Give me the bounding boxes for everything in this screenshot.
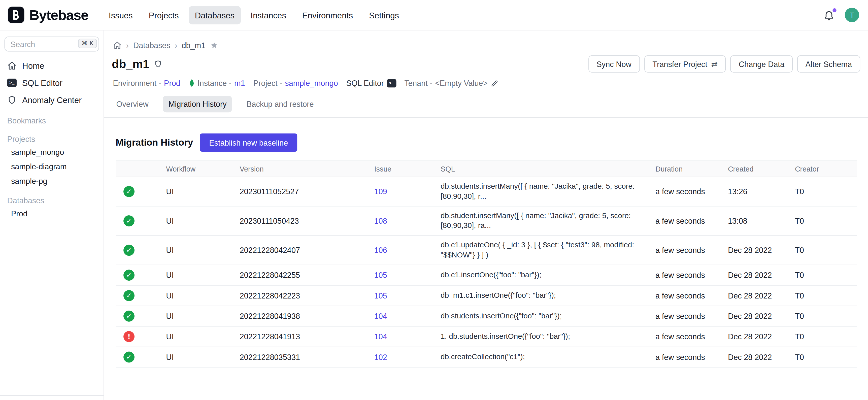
creator-cell: T0 <box>795 212 857 230</box>
database-meta: Environment - Prod Instance - m1 Project… <box>104 72 868 87</box>
environment-link[interactable]: Prod <box>164 79 180 87</box>
project-label: Project - <box>253 79 282 87</box>
column-header-version: Version <box>240 165 374 173</box>
version-cell: 20221228042407 <box>240 241 374 260</box>
table-row[interactable]: ✓ UI 20221228042223 105 db_m1.c1.insertO… <box>116 286 857 306</box>
sidebar-item-home[interactable]: Home <box>0 57 103 74</box>
nav-item-databases[interactable]: Databases <box>189 6 241 24</box>
issue-cell: 102 <box>374 348 441 367</box>
tab-bar: Overview Migration History Backup and re… <box>104 96 868 118</box>
version-cell: 20230111050423 <box>240 212 374 230</box>
sidebar-project-sample-diagram[interactable]: sample-diagram <box>0 159 103 174</box>
tab-migration-history[interactable]: Migration History <box>163 96 232 112</box>
status-success-icon: ✓ <box>123 215 134 226</box>
topbar: Bytebase Issues Projects Databases Insta… <box>0 0 868 30</box>
issue-link[interactable]: 105 <box>374 271 387 280</box>
table-row[interactable]: ✓ UI 20221228041938 104 db.students.inse… <box>116 306 857 327</box>
brand[interactable]: Bytebase <box>8 6 88 23</box>
shell: ⌘ K Home >_ SQL Editor Anomaly Center Bo… <box>0 30 868 400</box>
status-success-icon: ✓ <box>123 311 134 322</box>
notifications-button[interactable] <box>823 9 835 21</box>
shield-icon <box>154 60 162 68</box>
nav-item-instances[interactable]: Instances <box>245 6 292 24</box>
status-cell: ✓ <box>116 306 166 326</box>
issue-link[interactable]: 102 <box>374 352 387 362</box>
sql-cell: db.c1.insertOne({"foo": "bar"}); <box>440 266 655 285</box>
issue-link[interactable]: 104 <box>374 332 387 341</box>
status-cell: ✓ <box>116 211 166 231</box>
project-link[interactable]: sample_mongo <box>285 79 338 87</box>
issue-cell: 104 <box>374 307 441 326</box>
nav-item-settings[interactable]: Settings <box>363 6 405 24</box>
table-row[interactable]: ✓ UI 20221228042255 105 db.c1.insertOne(… <box>116 265 857 286</box>
sidebar-project-sample_mongo[interactable]: sample_mongo <box>0 145 103 159</box>
environment-meta: Environment - Prod <box>113 79 180 87</box>
issue-cell: 106 <box>374 241 441 260</box>
notification-dot <box>833 8 836 12</box>
table-row[interactable]: ✓ UI 20230111050423 108 db.student.inser… <box>116 207 857 236</box>
duration-cell: a few seconds <box>655 348 728 367</box>
tab-overview[interactable]: Overview <box>111 96 154 112</box>
sidebar-item-sql-editor[interactable]: >_ SQL Editor <box>0 74 103 91</box>
avatar[interactable]: T <box>845 8 859 22</box>
nav-item-environments[interactable]: Environments <box>296 6 359 24</box>
status-cell: ✓ <box>116 347 166 367</box>
issue-link[interactable]: 104 <box>374 312 387 320</box>
sql-editor-label: SQL Editor <box>346 79 384 87</box>
table-row[interactable]: ✓ UI 20230111052527 109 db.students.inse… <box>116 177 857 206</box>
sync-now-button[interactable]: Sync Now <box>588 55 640 72</box>
version-cell: 20221228042223 <box>240 286 374 305</box>
issue-link[interactable]: 109 <box>374 187 387 196</box>
duration-cell: a few seconds <box>655 286 728 305</box>
status-cell: ✓ <box>116 265 166 285</box>
workflow-cell: UI <box>166 307 240 326</box>
issue-link[interactable]: 106 <box>374 246 387 255</box>
creator-cell: T0 <box>795 348 857 367</box>
favorite-button[interactable] <box>210 41 219 50</box>
breadcrumb-home-button[interactable] <box>113 41 122 50</box>
version-cell: 20221228035331 <box>240 348 374 367</box>
sql-editor-link[interactable]: SQL Editor >_ <box>346 79 396 87</box>
table-row[interactable]: ! UI 20221228041913 104 1. db.students.i… <box>116 327 857 347</box>
workflow-cell: UI <box>166 348 240 367</box>
duration-cell: a few seconds <box>655 307 728 326</box>
sidebar-item-anomaly-center[interactable]: Anomaly Center <box>0 91 103 109</box>
status-success-icon: ✓ <box>123 290 134 301</box>
column-header-sql: SQL <box>440 165 655 173</box>
title-row: db_m1 Sync Now Transfer Project ⇄ Change… <box>104 50 868 72</box>
sidebar-database-prod[interactable]: Prod <box>0 207 103 221</box>
change-data-button[interactable]: Change Data <box>731 55 793 72</box>
nav-item-projects[interactable]: Projects <box>143 6 185 24</box>
column-header-duration: Duration <box>655 165 728 173</box>
instance-link[interactable]: m1 <box>234 79 245 87</box>
table-row[interactable]: ✓ UI 20221228042407 106 db.c1.updateOne(… <box>116 236 857 265</box>
topbar-right: T <box>823 8 859 22</box>
column-header-issue: Issue <box>374 165 441 173</box>
nav-item-issues[interactable]: Issues <box>102 6 139 24</box>
status-success-icon: ✓ <box>123 186 134 197</box>
sql-cell: 1. db.students.insertOne({"foo": "bar"})… <box>440 327 655 346</box>
environment-label: Environment - <box>113 79 161 87</box>
sidebar-section-databases: Databases <box>0 191 103 207</box>
sidebar-project-sample-pg[interactable]: sample-pg <box>0 174 103 188</box>
leaf-icon <box>189 79 195 87</box>
terminal-icon: >_ <box>386 79 396 87</box>
establish-baseline-button[interactable]: Establish new baseline <box>200 133 298 152</box>
issue-cell: 105 <box>374 286 441 305</box>
instance-label: Instance - <box>197 79 231 87</box>
created-cell: Dec 28 2022 <box>728 327 795 346</box>
transfer-project-button[interactable]: Transfer Project ⇄ <box>644 55 726 72</box>
issue-link[interactable]: 105 <box>374 291 387 300</box>
workflow-cell: UI <box>166 182 240 201</box>
workflow-cell: UI <box>166 241 240 260</box>
sql-cell: db.createCollection("c1"); <box>440 348 655 367</box>
creator-cell: T0 <box>795 266 857 285</box>
tab-backup-and-restore[interactable]: Backup and restore <box>241 96 319 112</box>
breadcrumb-databases[interactable]: Databases <box>133 41 170 50</box>
table-row[interactable]: ✓ UI 20221228035331 102 db.createCollect… <box>116 347 857 368</box>
transfer-project-label: Transfer Project <box>652 59 707 68</box>
edit-tenant-button[interactable] <box>490 79 499 87</box>
issue-link[interactable]: 108 <box>374 216 387 225</box>
main-content: › Databases › db_m1 db_m1 <box>104 30 868 400</box>
alter-schema-button[interactable]: Alter Schema <box>797 55 861 72</box>
